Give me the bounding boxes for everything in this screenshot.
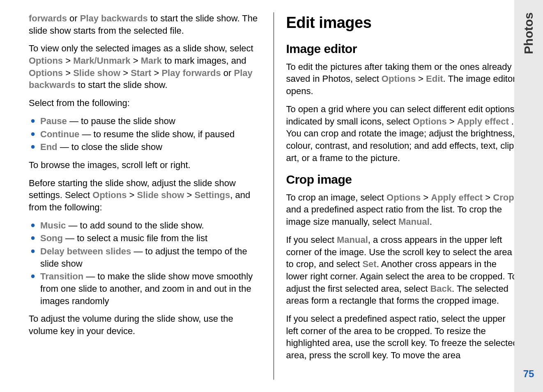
list-item: Continue — to resume the slide show, if …	[29, 128, 261, 141]
para: To view only the selected images as a sl…	[29, 42, 261, 91]
body-text: To adjust the volume during the slide sh…	[29, 314, 233, 336]
sidebar: Photos 75	[514, 0, 543, 392]
body-text: If you select	[286, 235, 337, 245]
page-number: 75	[523, 368, 534, 380]
list-item: Transition — to make the slide show move…	[29, 270, 261, 307]
section-label: Photos	[522, 12, 536, 54]
bullet-list: Pause — to pause the slide showContinue …	[29, 115, 261, 153]
body-text: >	[151, 68, 161, 78]
menu-option: Song	[40, 233, 63, 243]
body-text: >	[127, 190, 137, 200]
menu-option: Slide show	[73, 68, 120, 78]
para: To open a grid where you can select diff…	[286, 103, 519, 164]
heading-edit-images: Edit images	[286, 12, 519, 33]
menu-option: Options	[413, 116, 447, 127]
body-text: .	[430, 217, 432, 227]
menu-option: Apply effect	[431, 192, 483, 203]
menu-option: Pause	[40, 116, 67, 126]
page-body: forwards or Play backwards to start the …	[0, 0, 543, 392]
para: To crop an image, select Options > Apply…	[286, 191, 519, 228]
body-text: If you select a predefined aspect ratio,…	[286, 314, 518, 360]
para: To adjust the volume during the slide sh…	[29, 313, 261, 337]
menu-option: Options	[29, 55, 63, 66]
menu-option: Play forwards	[161, 68, 221, 78]
menu-option: Music	[40, 220, 66, 231]
menu-option: Play backwards	[80, 13, 148, 23]
body-text: To view only the selected images as a sl…	[29, 43, 253, 53]
body-text: to mark images, and	[162, 55, 246, 66]
para: forwards or Play backwards to start the …	[29, 12, 261, 37]
body-text: or	[221, 68, 234, 78]
right-column: Edit images Image editor To edit the pic…	[274, 12, 527, 380]
body-text: — to close the slide show	[58, 142, 163, 152]
menu-option: Apply effect	[457, 116, 509, 127]
body-text: >	[120, 68, 131, 78]
menu-option: End	[40, 142, 58, 152]
body-text: — to resume the slide show, if paused	[79, 129, 235, 139]
menu-option: Mark	[141, 55, 162, 66]
list-item: Song — to select a music file from the l…	[29, 232, 261, 244]
para: Select from the following:	[29, 97, 261, 109]
menu-option: Options	[29, 68, 63, 78]
body-text: >	[416, 74, 426, 84]
menu-option: Manual	[337, 235, 368, 245]
menu-option: Back	[430, 284, 452, 294]
para: Before starting the slide show, adjust t…	[29, 177, 261, 214]
menu-option: Start	[131, 68, 151, 78]
list-item: Pause — to pause the slide show	[29, 115, 261, 127]
menu-option: Options	[382, 74, 416, 84]
body-text: >	[131, 55, 141, 66]
list-item: End — to close the slide show	[29, 141, 261, 153]
para: If you select Manual, a cross appears in…	[286, 234, 519, 307]
heading-crop-image: Crop image	[286, 171, 519, 188]
body-text: Select from the following:	[29, 98, 130, 108]
menu-option: Set	[362, 259, 376, 269]
list-item: Delay between slides — to adjust the tem…	[29, 245, 261, 270]
menu-option: Crop	[493, 192, 514, 203]
menu-option: Options	[92, 190, 127, 200]
body-text: >	[483, 192, 493, 203]
menu-option: Edit	[426, 74, 443, 84]
para: To edit the pictures after taking them o…	[286, 61, 519, 97]
bullet-list: Music — to add sound to the slide show.S…	[29, 219, 261, 307]
para: To browse the images, scroll left or rig…	[29, 159, 261, 171]
body-text: >	[447, 116, 457, 127]
body-text: — to select a music file from the list	[63, 233, 207, 243]
body-text: >	[63, 68, 73, 78]
menu-option: Delay between slides	[40, 246, 131, 256]
body-text: — to add sound to the slide show.	[66, 220, 204, 231]
body-text: >	[421, 192, 431, 203]
para: If you select a predefined aspect ratio,…	[286, 313, 519, 362]
body-text: to start the slide show.	[76, 80, 168, 90]
body-text: To browse the images, scroll left or rig…	[29, 160, 191, 170]
menu-option: Settings	[195, 190, 230, 200]
menu-option: Continue	[40, 129, 79, 139]
menu-option: forwards	[29, 13, 67, 23]
heading-image-editor: Image editor	[286, 41, 519, 58]
body-text: — to pause the slide show	[67, 116, 175, 126]
body-text: >	[63, 55, 73, 66]
body-text: or	[67, 13, 80, 23]
list-item: Music — to add sound to the slide show.	[29, 219, 261, 232]
menu-option: Options	[387, 192, 421, 203]
body-text: To crop an image, select	[286, 192, 387, 203]
menu-option: Manual	[398, 217, 430, 227]
menu-option: Mark/Unmark	[73, 55, 130, 66]
menu-option: Slide show	[137, 190, 184, 200]
menu-option: Transition	[40, 271, 83, 281]
left-column: forwards or Play backwards to start the …	[21, 12, 274, 380]
body-text: >	[184, 190, 194, 200]
